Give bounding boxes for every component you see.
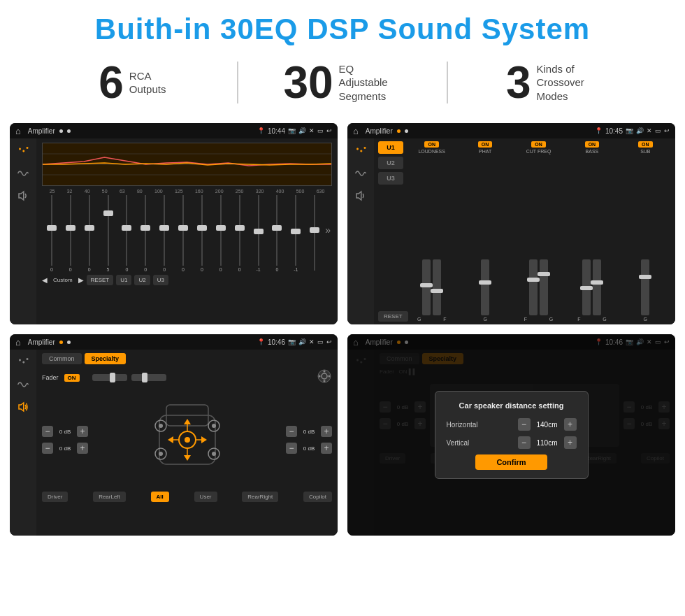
phat-slider[interactable] xyxy=(481,259,489,315)
close-icon[interactable]: ✕ xyxy=(309,127,315,134)
camera-icon-2: 📷 xyxy=(626,127,633,134)
expand-icon[interactable]: » xyxy=(325,224,331,243)
eq-slider-1[interactable]: 0 xyxy=(62,195,79,272)
screens-grid: ⌂ Amplifier 📍 10:44 📷 🔊 ✕ ▭ ↩ xyxy=(0,116,685,545)
window-icon-2[interactable]: ▭ xyxy=(655,127,661,134)
fader-h-track-2[interactable] xyxy=(131,374,166,381)
cutfreq-on[interactable]: ON xyxy=(531,141,546,148)
horizontal-plus[interactable]: + xyxy=(564,418,577,431)
fader-plus-2[interactable]: + xyxy=(77,443,88,454)
home-icon[interactable]: ⌂ xyxy=(15,126,21,136)
eq-slider-12[interactable]: 0 xyxy=(269,195,286,272)
reset-button[interactable]: RESET xyxy=(87,275,114,285)
fader-minus-1[interactable]: − xyxy=(42,426,53,437)
fader-minus-2[interactable]: − xyxy=(42,443,53,454)
u1-preset[interactable]: U1 xyxy=(378,141,403,154)
eq-main: 2532 4050 6380 100125 160200 250320 4005… xyxy=(36,138,338,324)
fader-db-ctrl-1: − 0 dB + xyxy=(42,426,88,437)
user-button[interactable]: User xyxy=(194,492,217,502)
window-icon-3[interactable]: ▭ xyxy=(317,338,324,345)
window-icon[interactable]: ▭ xyxy=(317,127,324,134)
u2-button[interactable]: U2 xyxy=(134,275,150,285)
bass-slider-g[interactable] xyxy=(593,259,601,315)
xover-reset-btn[interactable]: RESET xyxy=(378,311,408,322)
speaker-icon-2[interactable] xyxy=(352,189,369,203)
u3-button[interactable]: U3 xyxy=(153,275,168,285)
eq-screen-title: Amplifier xyxy=(28,127,55,135)
sub-slider[interactable] xyxy=(641,259,649,315)
phat-on[interactable]: ON xyxy=(478,141,493,148)
all-button[interactable]: All xyxy=(151,492,169,502)
fader-db-val-4: 0 dB xyxy=(299,445,319,452)
specialty-tab[interactable]: Specialty xyxy=(85,353,127,364)
speaker-icon-3[interactable] xyxy=(15,400,31,414)
eq-icon[interactable] xyxy=(15,144,31,158)
back-icon-2[interactable]: ↩ xyxy=(664,127,670,134)
sub-on[interactable]: ON xyxy=(638,141,653,148)
eq-slider-10[interactable]: 0 xyxy=(231,195,248,272)
eq-icon-3[interactable] xyxy=(15,355,31,369)
cutfreq-slider-g[interactable] xyxy=(540,259,548,315)
eq-slider-2[interactable]: 0 xyxy=(81,195,98,272)
eq-slider-3[interactable]: 5 xyxy=(100,195,117,272)
u1-button[interactable]: U1 xyxy=(116,275,131,285)
fader-sidebar xyxy=(10,350,36,536)
back-icon-3[interactable]: ↩ xyxy=(326,338,332,345)
location-icon-3: 📍 xyxy=(257,338,265,345)
fader-h-track-1[interactable] xyxy=(92,374,127,381)
home-icon-2[interactable]: ⌂ xyxy=(353,126,359,136)
fader-plus-1[interactable]: + xyxy=(77,426,88,437)
svg-marker-16 xyxy=(356,192,361,200)
eq-slider-11[interactable]: -1 xyxy=(250,195,267,272)
eq-slider-7[interactable]: 0 xyxy=(175,195,192,272)
home-icon-3[interactable]: ⌂ xyxy=(15,337,21,348)
loudness-slider-f[interactable] xyxy=(433,259,441,315)
sub-label: SUB xyxy=(640,149,650,154)
eq-slider-9[interactable]: 0 xyxy=(212,195,229,272)
loudness-slider-g[interactable] xyxy=(422,259,431,315)
loudness-on[interactable]: ON xyxy=(424,141,439,148)
fader-minus-3[interactable]: − xyxy=(286,426,297,437)
vertical-minus[interactable]: − xyxy=(518,436,531,449)
copilot-button[interactable]: Copilot xyxy=(303,492,332,502)
vertical-plus[interactable]: + xyxy=(564,436,577,449)
eq-icon-2[interactable] xyxy=(352,144,369,158)
speaker-icon[interactable] xyxy=(15,189,31,203)
confirm-button[interactable]: Confirm xyxy=(475,454,547,470)
fader-minus-4[interactable]: − xyxy=(286,443,297,454)
bass-on[interactable]: ON xyxy=(585,141,600,148)
fader-plus-4[interactable]: + xyxy=(321,443,332,454)
wave-icon-3[interactable] xyxy=(15,378,31,392)
settings-icon[interactable] xyxy=(317,368,332,384)
bass-col: ON BASS F G xyxy=(566,141,617,322)
svg-point-33 xyxy=(159,424,163,428)
horizontal-minus[interactable]: − xyxy=(518,418,531,431)
fader-plus-3[interactable]: + xyxy=(321,426,332,437)
eq-slider-8[interactable]: 0 xyxy=(194,195,210,272)
close-icon-2[interactable]: ✕ xyxy=(647,127,652,134)
eq-slider-5[interactable]: 0 xyxy=(137,195,154,272)
eq-slider-4[interactable]: 0 xyxy=(119,195,136,272)
wave-icon[interactable] xyxy=(15,166,31,180)
u3-preset[interactable]: U3 xyxy=(378,172,403,185)
eq-slider-13[interactable]: -1 xyxy=(287,195,304,272)
fader-header: Fader ON xyxy=(42,368,332,387)
eq-slider-0[interactable]: 0 xyxy=(43,195,60,272)
u2-preset[interactable]: U2 xyxy=(378,157,403,169)
wave-icon-2[interactable] xyxy=(352,166,369,180)
next-icon[interactable]: ▶ xyxy=(78,276,84,284)
bass-slider-f[interactable] xyxy=(582,259,591,315)
rearright-button[interactable]: RearRight xyxy=(242,492,278,502)
close-icon-3[interactable]: ✕ xyxy=(309,338,315,345)
rearleft-button[interactable]: RearLeft xyxy=(93,492,126,502)
dot5 xyxy=(59,341,63,344)
common-tab[interactable]: Common xyxy=(42,353,82,364)
cutfreq-slider-f[interactable] xyxy=(529,259,538,315)
prev-icon[interactable]: ◀ xyxy=(42,276,48,284)
xover-sidebar xyxy=(347,138,374,324)
eq-slider-14[interactable] xyxy=(306,195,323,272)
back-icon[interactable]: ↩ xyxy=(326,127,332,134)
eq-slider-6[interactable]: 0 xyxy=(156,195,173,272)
driver-button[interactable]: Driver xyxy=(42,492,68,502)
fader-on-badge[interactable]: ON xyxy=(64,374,80,382)
